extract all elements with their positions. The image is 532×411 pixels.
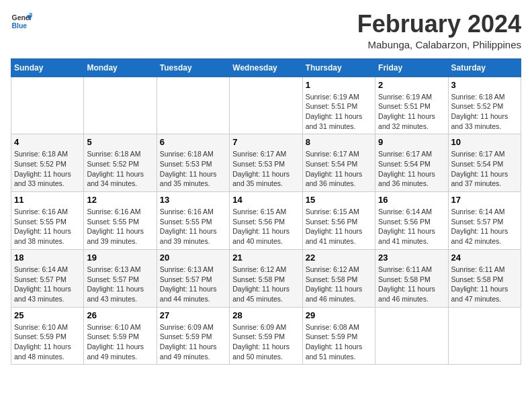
cell-info: Sunrise: 6:10 AMSunset: 5:59 PMDaylight:… [14, 322, 81, 362]
cell-date: 26 [87, 310, 153, 320]
day-header-wednesday: Wednesday [230, 58, 302, 77]
cell-date: 21 [232, 253, 299, 263]
cell-info: Sunrise: 6:17 AMSunset: 5:53 PMDaylight:… [232, 149, 299, 189]
cell-info: Sunrise: 6:14 AMSunset: 5:57 PMDaylight:… [14, 265, 81, 304]
cell-date: 25 [14, 310, 81, 320]
week-row-3: 11Sunrise: 6:16 AMSunset: 5:55 PMDayligh… [11, 192, 521, 250]
calendar-cell: 26Sunrise: 6:10 AMSunset: 5:59 PMDayligh… [84, 307, 157, 365]
calendar-cell: 22Sunrise: 6:12 AMSunset: 5:58 PMDayligh… [302, 249, 375, 307]
cell-info: Sunrise: 6:19 AMSunset: 5:51 PMDaylight:… [306, 92, 372, 132]
day-header-thursday: Thursday [302, 58, 375, 77]
calendar-cell: 23Sunrise: 6:11 AMSunset: 5:58 PMDayligh… [375, 249, 448, 307]
cell-date: 12 [87, 195, 153, 205]
cell-date: 29 [306, 310, 372, 320]
calendar-cell [11, 77, 84, 134]
calendar-cell: 2Sunrise: 6:19 AMSunset: 5:51 PMDaylight… [375, 77, 448, 134]
cell-info: Sunrise: 6:17 AMSunset: 5:54 PMDaylight:… [306, 149, 372, 189]
cell-date: 18 [14, 253, 81, 263]
calendar-cell [230, 77, 302, 134]
logo: General Blue [11, 11, 32, 32]
cell-info: Sunrise: 6:13 AMSunset: 5:57 PMDaylight:… [160, 265, 226, 304]
cell-info: Sunrise: 6:11 AMSunset: 5:58 PMDaylight:… [451, 265, 518, 304]
cell-date: 16 [378, 195, 445, 205]
cell-date: 13 [160, 195, 226, 205]
cell-date: 28 [232, 310, 299, 320]
calendar-cell: 15Sunrise: 6:15 AMSunset: 5:56 PMDayligh… [302, 192, 375, 250]
calendar-cell: 29Sunrise: 6:08 AMSunset: 5:59 PMDayligh… [302, 307, 375, 365]
cell-date: 9 [378, 137, 445, 147]
cell-info: Sunrise: 6:15 AMSunset: 5:56 PMDaylight:… [306, 207, 372, 246]
calendar-cell: 25Sunrise: 6:10 AMSunset: 5:59 PMDayligh… [11, 307, 84, 365]
cell-info: Sunrise: 6:09 AMSunset: 5:59 PMDaylight:… [232, 322, 299, 362]
calendar-cell: 4Sunrise: 6:18 AMSunset: 5:52 PMDaylight… [11, 134, 84, 192]
calendar-cell: 13Sunrise: 6:16 AMSunset: 5:55 PMDayligh… [157, 192, 229, 250]
calendar-cell: 17Sunrise: 6:14 AMSunset: 5:57 PMDayligh… [448, 192, 521, 250]
day-header-friday: Friday [375, 58, 448, 77]
cell-info: Sunrise: 6:19 AMSunset: 5:51 PMDaylight:… [378, 92, 445, 132]
cell-date: 15 [306, 195, 372, 205]
calendar-cell: 28Sunrise: 6:09 AMSunset: 5:59 PMDayligh… [230, 307, 302, 365]
cell-date: 19 [87, 253, 153, 263]
calendar-cell: 11Sunrise: 6:16 AMSunset: 5:55 PMDayligh… [11, 192, 84, 250]
cell-info: Sunrise: 6:18 AMSunset: 5:52 PMDaylight:… [87, 149, 153, 189]
cell-info: Sunrise: 6:09 AMSunset: 5:59 PMDaylight:… [160, 322, 226, 362]
month-title: February 2024 [357, 11, 521, 38]
cell-info: Sunrise: 6:17 AMSunset: 5:54 PMDaylight:… [451, 149, 518, 189]
cell-date: 2 [378, 80, 445, 90]
calendar-cell: 10Sunrise: 6:17 AMSunset: 5:54 PMDayligh… [448, 134, 521, 192]
cell-info: Sunrise: 6:16 AMSunset: 5:55 PMDaylight:… [87, 207, 153, 246]
day-header-sunday: Sunday [11, 58, 84, 77]
cell-date: 27 [160, 310, 226, 320]
calendar-cell: 1Sunrise: 6:19 AMSunset: 5:51 PMDaylight… [302, 77, 375, 134]
day-header-monday: Monday [84, 58, 157, 77]
cell-info: Sunrise: 6:12 AMSunset: 5:58 PMDaylight:… [306, 265, 372, 304]
calendar-cell: 27Sunrise: 6:09 AMSunset: 5:59 PMDayligh… [157, 307, 229, 365]
cell-info: Sunrise: 6:12 AMSunset: 5:58 PMDaylight:… [232, 265, 299, 304]
cell-date: 11 [14, 195, 81, 205]
cell-info: Sunrise: 6:13 AMSunset: 5:57 PMDaylight:… [87, 265, 153, 304]
location: Mabunga, Calabarzon, Philippines [357, 39, 521, 50]
cell-info: Sunrise: 6:16 AMSunset: 5:55 PMDaylight:… [160, 207, 226, 246]
calendar-cell: 6Sunrise: 6:18 AMSunset: 5:53 PMDaylight… [157, 134, 229, 192]
cell-date: 24 [451, 253, 518, 263]
cell-info: Sunrise: 6:11 AMSunset: 5:58 PMDaylight:… [378, 265, 445, 304]
day-header-saturday: Saturday [448, 58, 521, 77]
cell-info: Sunrise: 6:10 AMSunset: 5:59 PMDaylight:… [87, 322, 153, 362]
calendar-cell: 3Sunrise: 6:18 AMSunset: 5:52 PMDaylight… [448, 77, 521, 134]
cell-date: 1 [306, 80, 372, 90]
cell-date: 3 [451, 80, 518, 90]
cell-date: 5 [87, 137, 153, 147]
week-row-1: 1Sunrise: 6:19 AMSunset: 5:51 PMDaylight… [11, 77, 521, 134]
cell-date: 7 [232, 137, 299, 147]
cell-info: Sunrise: 6:15 AMSunset: 5:56 PMDaylight:… [232, 207, 299, 246]
cell-info: Sunrise: 6:16 AMSunset: 5:55 PMDaylight:… [14, 207, 81, 246]
calendar-cell: 12Sunrise: 6:16 AMSunset: 5:55 PMDayligh… [84, 192, 157, 250]
cell-info: Sunrise: 6:14 AMSunset: 5:56 PMDaylight:… [378, 207, 445, 246]
logo-icon: General Blue [11, 11, 32, 32]
week-row-2: 4Sunrise: 6:18 AMSunset: 5:52 PMDaylight… [11, 134, 521, 192]
calendar-header-row: SundayMondayTuesdayWednesdayThursdayFrid… [11, 58, 521, 77]
cell-date: 4 [14, 137, 81, 147]
calendar-cell: 14Sunrise: 6:15 AMSunset: 5:56 PMDayligh… [230, 192, 302, 250]
calendar-cell: 24Sunrise: 6:11 AMSunset: 5:58 PMDayligh… [448, 249, 521, 307]
cell-date: 6 [160, 137, 226, 147]
week-row-5: 25Sunrise: 6:10 AMSunset: 5:59 PMDayligh… [11, 307, 521, 365]
cell-info: Sunrise: 6:18 AMSunset: 5:52 PMDaylight:… [14, 149, 81, 189]
calendar-table: SundayMondayTuesdayWednesdayThursdayFrid… [11, 58, 521, 365]
cell-date: 23 [378, 253, 445, 263]
calendar-cell: 8Sunrise: 6:17 AMSunset: 5:54 PMDaylight… [302, 134, 375, 192]
calendar-cell [375, 307, 448, 365]
cell-date: 14 [232, 195, 299, 205]
cell-info: Sunrise: 6:08 AMSunset: 5:59 PMDaylight:… [306, 322, 372, 362]
cell-date: 22 [306, 253, 372, 263]
svg-text:Blue: Blue [12, 22, 28, 30]
cell-info: Sunrise: 6:17 AMSunset: 5:54 PMDaylight:… [378, 149, 445, 189]
calendar-cell [157, 77, 229, 134]
week-row-4: 18Sunrise: 6:14 AMSunset: 5:57 PMDayligh… [11, 249, 521, 307]
cell-info: Sunrise: 6:14 AMSunset: 5:57 PMDaylight:… [451, 207, 518, 246]
cell-info: Sunrise: 6:18 AMSunset: 5:53 PMDaylight:… [160, 149, 226, 189]
calendar-cell: 21Sunrise: 6:12 AMSunset: 5:58 PMDayligh… [230, 249, 302, 307]
calendar-cell [448, 307, 521, 365]
calendar-cell: 7Sunrise: 6:17 AMSunset: 5:53 PMDaylight… [230, 134, 302, 192]
calendar-cell: 19Sunrise: 6:13 AMSunset: 5:57 PMDayligh… [84, 249, 157, 307]
